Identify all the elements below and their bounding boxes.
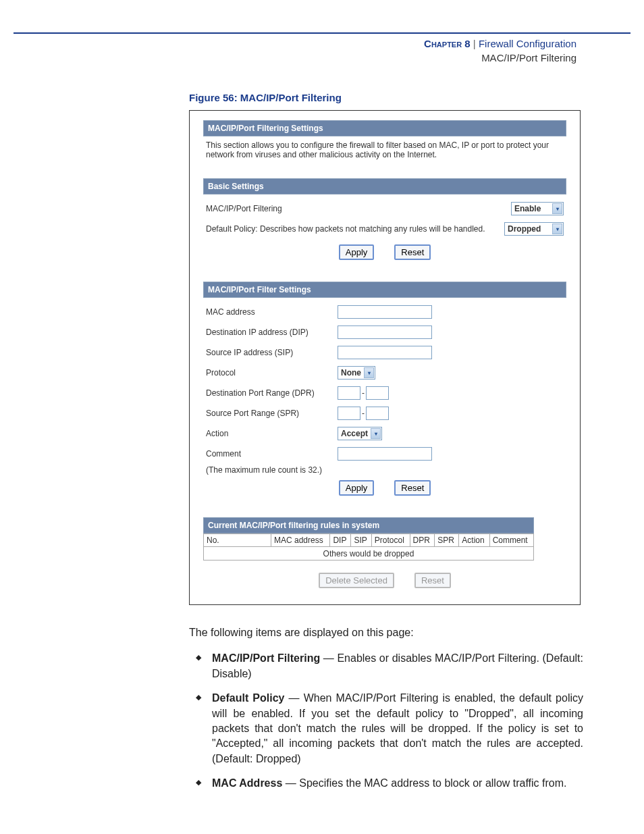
rules-panel-title: Current MAC/IP/Port filtering rules in s…	[203, 517, 534, 533]
item-list: MAC/IP/Port Filtering — Enables or disab…	[189, 651, 583, 791]
mac-label: MAC address	[206, 307, 338, 317]
th-mac: MAC address	[271, 534, 330, 547]
item-term: MAC Address	[212, 777, 282, 789]
th-comment: Comment	[489, 534, 533, 547]
dash-sep: -	[362, 388, 365, 398]
default-policy-select[interactable]: Dropped ▾	[504, 222, 564, 236]
action-select[interactable]: Accept ▾	[338, 427, 382, 440]
chevron-down-icon: ▾	[364, 367, 374, 378]
dpr-to-input[interactable]	[366, 386, 389, 400]
delete-selected-button[interactable]: Delete Selected	[319, 573, 394, 588]
spr-from-input[interactable]	[338, 407, 360, 420]
dip-label: Destination IP address (DIP)	[206, 328, 338, 337]
th-dpr: DPR	[410, 534, 435, 547]
list-item: Default Policy — When MAC/IP/Port Filter…	[203, 691, 583, 766]
filter-settings-title: MAC/IP/Port Filter Settings	[203, 282, 566, 298]
dip-input[interactable]	[338, 325, 432, 339]
basic-settings-title: Basic Settings	[203, 178, 566, 194]
protocol-value: None	[341, 368, 361, 377]
item-term: MAC/IP/Port Filtering	[212, 652, 320, 664]
reset-button-3[interactable]: Reset	[414, 573, 451, 588]
chapter-number: Chapter 8	[424, 38, 471, 49]
spr-to-input[interactable]	[366, 407, 389, 420]
chevron-down-icon: ▾	[371, 428, 381, 439]
th-no: No.	[204, 534, 271, 547]
filtering-select-value: Enable	[514, 204, 541, 213]
th-protocol: Protocol	[371, 534, 410, 547]
default-policy-value: Dropped	[508, 224, 541, 234]
filtering-select[interactable]: Enable ▾	[511, 202, 564, 215]
max-rule-note: (The maximum rule count is 32.)	[206, 465, 564, 475]
item-desc: — Specifies the MAC address to block or …	[282, 777, 566, 789]
protocol-select[interactable]: None ▾	[338, 366, 375, 380]
chapter-header: Chapter 8 | Firewall Configuration	[0, 36, 576, 51]
action-value: Accept	[341, 429, 368, 438]
spr-label: Source Port Range (SPR)	[206, 409, 338, 418]
th-sip: SIP	[351, 534, 371, 547]
th-spr: SPR	[435, 534, 459, 547]
section-subtitle: MAC/IP/Port Filtering	[0, 51, 576, 65]
sip-input[interactable]	[338, 346, 432, 359]
default-policy-label: Default Policy: Describes how packets no…	[206, 224, 504, 234]
page-number: – 97 –	[0, 832, 644, 834]
table-row: Others would be dropped	[204, 547, 534, 561]
comment-input[interactable]	[338, 447, 432, 461]
list-item: MAC/IP/Port Filtering — Enables or disab…	[203, 651, 583, 681]
table-header-row: No. MAC address DIP SIP Protocol DPR SPR…	[204, 534, 534, 547]
chevron-down-icon: ▾	[552, 224, 562, 234]
item-term: Default Policy	[212, 692, 284, 704]
separator: |	[473, 38, 476, 49]
intro-text: The following items are displayed on thi…	[189, 625, 583, 640]
sip-label: Source IP address (SIP)	[206, 348, 338, 357]
rules-table: No. MAC address DIP SIP Protocol DPR SPR…	[203, 533, 534, 561]
protocol-label: Protocol	[206, 368, 338, 377]
screenshot-panel: MAC/IP/Port Filtering Settings This sect…	[189, 110, 581, 605]
dpr-from-input[interactable]	[338, 386, 360, 400]
reset-button-2[interactable]: Reset	[394, 480, 431, 496]
apply-button-2[interactable]: Apply	[339, 480, 375, 496]
figure-caption: Figure 56: MAC/IP/Port Filtering	[189, 92, 583, 103]
action-label: Action	[206, 429, 338, 438]
dash-sep: -	[362, 409, 365, 418]
reset-button[interactable]: Reset	[394, 244, 431, 260]
filtering-label: MAC/IP/Port Filtering	[206, 204, 511, 213]
th-dip: DIP	[330, 534, 351, 547]
settings-panel-title: MAC/IP/Port Filtering Settings	[203, 120, 566, 136]
chapter-title: Firewall Configuration	[479, 38, 576, 49]
settings-panel-desc: This section allows you to configure the…	[203, 136, 566, 166]
th-action: Action	[459, 534, 489, 547]
mac-input[interactable]	[338, 305, 432, 319]
list-item: MAC Address — Specifies the MAC address …	[203, 776, 583, 791]
dpr-label: Destination Port Range (DPR)	[206, 388, 338, 398]
apply-button[interactable]: Apply	[339, 244, 375, 260]
chevron-down-icon: ▾	[552, 203, 562, 214]
others-dropped-text: Others would be dropped	[204, 547, 534, 561]
comment-label: Comment	[206, 449, 338, 459]
